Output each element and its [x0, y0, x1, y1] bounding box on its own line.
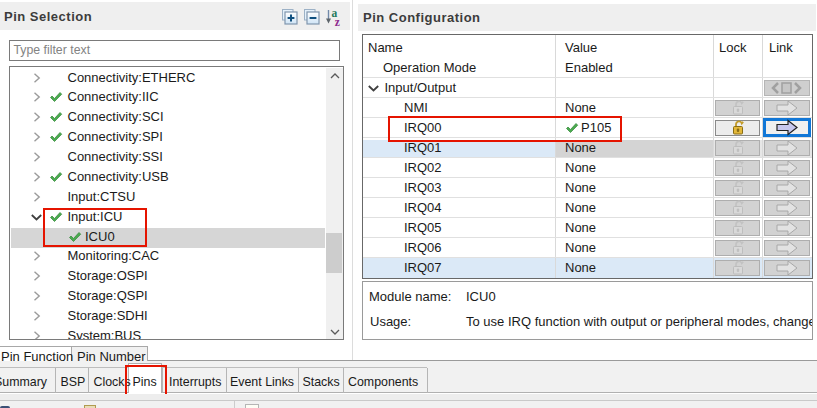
svg-text:z: z — [335, 16, 340, 27]
